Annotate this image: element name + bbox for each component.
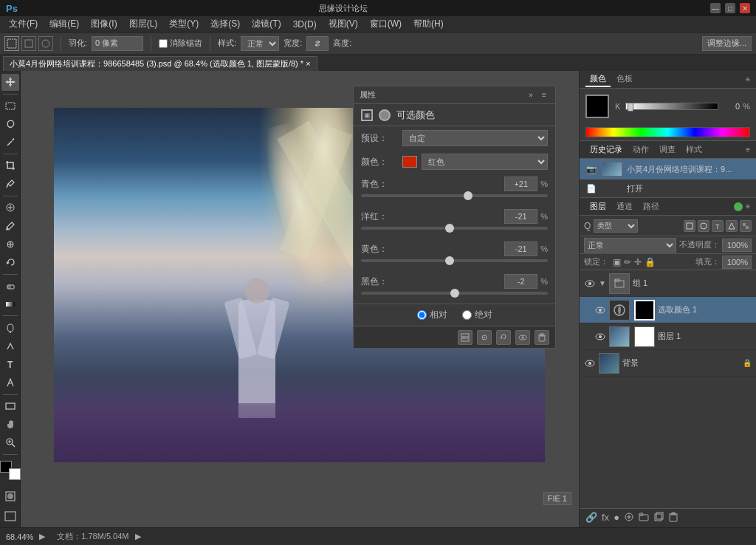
lock-paint-icon[interactable]: ✏ [624,257,631,267]
opacity-input[interactable] [722,239,752,252]
move-tool[interactable] [1,74,19,91]
history-tab[interactable]: 历史记录 [585,143,627,157]
channels-tab[interactable]: 通道 [612,199,637,213]
black-value[interactable]: -2 [504,274,537,289]
properties-menu-icon[interactable]: ≡ [539,90,549,100]
feather-input[interactable] [92,36,143,51]
footer-icon-view[interactable] [477,330,492,345]
magenta-value[interactable]: -21 [504,209,537,224]
layer1-eye[interactable] [594,331,606,343]
quick-mask-tool[interactable] [1,487,19,504]
minimize-button[interactable]: — [710,3,721,13]
footer-icon-reset[interactable] [496,330,511,345]
foreground-background-colors[interactable] [0,461,21,481]
color-panel-menu[interactable]: ≡ [746,75,750,83]
yellow-value[interactable]: -21 [504,241,537,256]
properties-panel-header[interactable]: 属性 » ≡ [354,86,555,104]
history-brush-tool[interactable] [1,254,19,271]
cyan-value[interactable]: +21 [504,176,537,191]
selective-color-layer[interactable]: 选取颜色 1 [580,297,756,323]
menu-select[interactable]: 选择(S) [205,16,246,32]
yellow-thumb[interactable] [445,256,454,265]
anti-alias-checkbox[interactable] [159,39,168,48]
filter-pixel-icon[interactable] [684,220,695,232]
k-track[interactable] [625,103,718,110]
footer-icon-clip[interactable] [458,330,472,345]
lasso-tool[interactable] [1,116,19,133]
group1-eye[interactable] [584,278,596,289]
eyedropper-tool[interactable] [1,176,19,193]
color-spectrum[interactable] [585,127,750,137]
paths-tab[interactable]: 路径 [639,199,664,213]
add-mask-icon[interactable]: ● [614,512,619,524]
eraser-tool[interactable] [1,278,19,295]
group1-layer[interactable]: ▼ 组 1 [580,270,756,297]
blend-mode-select[interactable]: 正常 [584,238,676,253]
magenta-thumb[interactable] [445,224,454,233]
text-tool[interactable]: T [1,356,19,373]
menu-3d[interactable]: 3D(D) [287,18,323,31]
menu-file[interactable]: 文件(F) [3,16,44,32]
color-swatch[interactable] [402,156,417,168]
filter-smart-icon[interactable] [740,220,752,232]
status-triangle[interactable]: ▶ [39,532,45,541]
fill-input[interactable] [722,256,752,269]
close-button[interactable]: ✕ [740,3,750,13]
yellow-track[interactable] [361,259,548,262]
menu-layer[interactable]: 图层(L) [123,16,164,32]
menu-filter[interactable]: 滤镜(T) [246,16,286,32]
lock-all-icon[interactable]: 🔒 [645,257,656,267]
pen-tool[interactable] [1,337,19,354]
menu-view[interactable]: 视图(V) [323,16,364,32]
background-color[interactable] [9,468,21,480]
history-item-0[interactable]: 📷 小莫4月份网络培训课程：9... [580,159,756,179]
adjust-edge-button[interactable]: 调整边缘... [702,36,752,51]
menu-help[interactable]: 帮助(H) [408,16,450,32]
lock-transparent-icon[interactable]: ▣ [613,257,621,267]
rect-select-tool[interactable] [4,36,19,51]
relative-radio[interactable] [417,310,427,320]
footer-icon-visibility[interactable] [515,330,530,345]
maximize-button[interactable]: □ [725,3,735,13]
background-eye[interactable] [584,357,596,369]
menu-window[interactable]: 窗口(W) [364,16,408,32]
k-thumb[interactable] [628,103,633,112]
swap-icon[interactable] [306,36,329,51]
background-layer[interactable]: 背景 🔒 [580,350,756,377]
layers-tab[interactable]: 图层 [585,199,611,213]
filter-adjustment-icon[interactable] [698,220,709,232]
zoom-tool[interactable] [1,434,19,451]
path-select-tool[interactable] [1,374,19,391]
document-tab[interactable]: 小莫4月份网络培训课程：986658485 (3).psd @ 68.4% (选… [3,56,317,71]
other-select-tool2[interactable] [38,36,53,51]
menu-type[interactable]: 类型(Y) [163,16,205,32]
layers-panel-menu[interactable]: ≡ [746,202,750,210]
filter-text-icon[interactable]: T [712,220,724,232]
screen-mode-tool[interactable] [1,507,19,524]
menu-image[interactable]: 图像(I) [85,16,123,32]
history-item-1[interactable]: 📄 打开 [580,179,756,197]
absolute-radio[interactable] [462,310,472,320]
rectangle-shape-tool[interactable] [1,397,19,414]
filter-shape-icon[interactable] [726,220,738,232]
selective-color-eye[interactable] [594,304,606,316]
black-track[interactable] [361,292,548,295]
other-select-tool1[interactable] [21,36,36,51]
layer-style-icon[interactable]: fx [602,512,609,524]
layer1-item[interactable]: 图层 1 [580,323,756,350]
menu-edit[interactable]: 编辑(E) [44,16,85,32]
history-panel-menu[interactable]: ≡ [746,145,750,154]
styles-tab[interactable]: 样式 [681,143,707,157]
preset-select[interactable]: 自定 [402,130,548,146]
cyan-thumb[interactable] [464,191,472,200]
spot-heal-tool[interactable] [1,199,19,216]
clone-stamp-tool[interactable] [1,236,19,253]
link-layers-icon[interactable]: 🔗 [585,512,597,524]
gradient-tool[interactable] [1,296,19,313]
hand-tool[interactable] [1,416,19,433]
properties-expand-icon[interactable]: » [526,90,536,100]
footer-icon-delete[interactable] [535,330,549,345]
new-group-icon[interactable] [639,512,649,524]
color-tab[interactable]: 颜色 [585,72,611,87]
status-arrow[interactable]: ▶ [135,532,141,541]
